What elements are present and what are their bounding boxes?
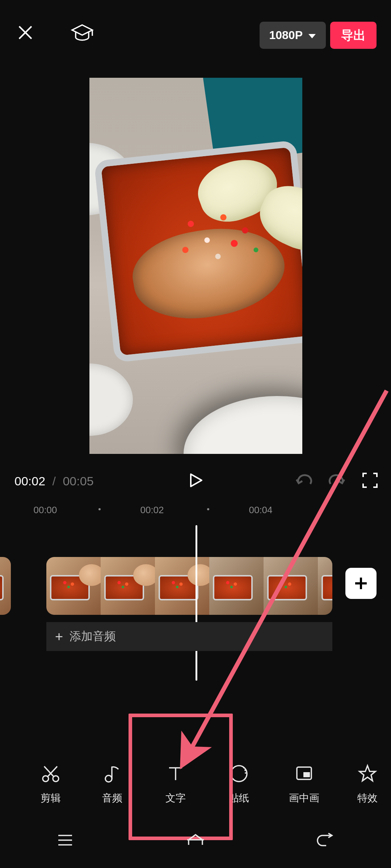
- export-label: 导出: [341, 27, 366, 44]
- system-nav-bar: [0, 825, 391, 857]
- tool-label: 音频: [81, 791, 143, 805]
- add-audio-label: 添加音频: [70, 629, 116, 644]
- svg-marker-5: [191, 474, 202, 486]
- fullscreen-button[interactable]: [362, 472, 378, 490]
- resolution-label: 1080P: [269, 29, 303, 42]
- ruler-dot: [207, 508, 209, 510]
- time-separator: /: [52, 474, 56, 488]
- ruler-dot: [98, 508, 101, 510]
- ruler-tick: 00:04: [249, 505, 272, 516]
- plus-icon: +: [55, 629, 63, 644]
- resolution-selector[interactable]: 1080P: [260, 22, 326, 49]
- sticker-icon: [208, 761, 270, 786]
- tool-label: 贴纸: [208, 791, 270, 805]
- play-button[interactable]: [187, 472, 204, 490]
- ruler-tick: 00:00: [33, 505, 57, 516]
- scissors-icon: [20, 761, 81, 786]
- svg-marker-4: [308, 34, 316, 38]
- svg-rect-17: [303, 772, 310, 777]
- timeline-clip[interactable]: [46, 557, 332, 615]
- tool-pip[interactable]: 画中画: [273, 761, 335, 805]
- timeline-ruler[interactable]: 00:00 00:02 00:04: [0, 505, 391, 523]
- music-note-icon: [81, 761, 143, 786]
- tool-label: 剪辑: [20, 791, 81, 805]
- pip-icon: [273, 761, 335, 786]
- add-audio-track[interactable]: + 添加音频: [46, 622, 332, 651]
- tool-audio[interactable]: 音频: [81, 761, 143, 805]
- star-icon: [344, 761, 391, 786]
- svg-point-8: [43, 776, 49, 782]
- nav-home-button[interactable]: [185, 832, 206, 850]
- svg-point-15: [231, 766, 247, 782]
- current-time: 00:02: [14, 474, 45, 488]
- playback-time: 00:02 / 00:05: [14, 474, 94, 488]
- svg-marker-18: [360, 766, 375, 781]
- tutorial-icon[interactable]: [71, 24, 96, 45]
- svg-point-9: [53, 776, 59, 782]
- nav-back-button[interactable]: [315, 832, 336, 850]
- bottom-toolbar: 剪辑 音频 文字 贴纸 画中画: [0, 752, 391, 814]
- tool-label: 画中画: [273, 791, 335, 805]
- nav-recent-button[interactable]: [55, 832, 76, 850]
- add-clip-button[interactable]: [345, 568, 377, 599]
- tool-label: 特效: [344, 791, 391, 805]
- ruler-tick: 00:02: [140, 505, 164, 516]
- video-preview[interactable]: [89, 78, 302, 454]
- tool-sticker[interactable]: 贴纸: [208, 761, 270, 805]
- total-duration: 00:05: [63, 474, 93, 488]
- timeline-clip[interactable]: [0, 557, 11, 615]
- text-icon: [145, 761, 206, 786]
- chevron-down-icon: [308, 29, 316, 42]
- tool-effects[interactable]: 特效: [344, 761, 391, 805]
- tool-text[interactable]: 文字: [145, 761, 206, 805]
- tool-label: 文字: [145, 791, 206, 805]
- close-button[interactable]: [16, 24, 38, 45]
- timeline-playhead[interactable]: [196, 525, 197, 681]
- export-button[interactable]: 导出: [330, 22, 377, 49]
- undo-button[interactable]: [295, 473, 313, 489]
- redo-button[interactable]: [328, 473, 346, 489]
- svg-point-12: [105, 775, 112, 782]
- tool-edit[interactable]: 剪辑: [20, 761, 81, 805]
